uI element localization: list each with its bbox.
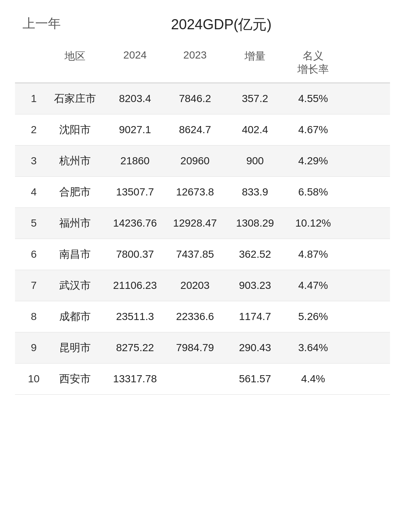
cell-2024: 13507.7 [105,186,165,198]
cell-rank: 3 [22,155,45,167]
cell-rate: 3.64% [285,342,341,354]
cell-increase: 561.57 [225,373,285,385]
cell-2023: 12928.47 [165,217,225,229]
col-2023: 2023 [165,49,225,77]
cell-region: 成都市 [45,310,105,324]
cell-rank: 10 [22,373,45,385]
gdp-table: 地区 2024 2023 增量 名义增长率 1 石家庄市 8203.4 7846… [0,45,405,395]
cell-2024: 23511.3 [105,311,165,323]
cell-rank: 2 [22,124,45,136]
cell-increase: 362.52 [225,248,285,260]
col-region: 地区 [45,49,105,77]
cell-rate: 4.29% [285,155,341,167]
page-title: 2024GDP(亿元) [90,15,382,34]
cell-increase: 1174.7 [225,311,285,323]
cell-increase: 1308.29 [225,217,285,229]
cell-region: 杭州市 [45,154,105,168]
cell-2023: 20203 [165,280,225,292]
cell-region: 沈阳市 [45,123,105,137]
cell-rank: 1 [22,93,45,105]
header-area: 上一年 2024GDP(亿元) [0,15,405,34]
table-row: 8 成都市 23511.3 22336.6 1174.7 5.26% [15,301,390,332]
cell-2023: 22336.6 [165,311,225,323]
cell-rate: 5.26% [285,311,341,323]
cell-2024: 14236.76 [105,217,165,229]
cell-region: 石家庄市 [45,92,105,106]
cell-2024: 8275.22 [105,342,165,354]
table-row: 2 沈阳市 9027.1 8624.7 402.4 4.67% [15,114,390,146]
cell-2024: 7800.37 [105,248,165,260]
cell-2023: 12673.8 [165,186,225,198]
table-row: 5 福州市 14236.76 12928.47 1308.29 10.12% [15,208,390,239]
cell-rate: 4.4% [285,373,341,385]
cell-region: 武汉市 [45,278,105,293]
table-row: 3 杭州市 21860 20960 900 4.29% [15,146,390,177]
cell-2023: 7984.79 [165,342,225,354]
table-row: 1 石家庄市 8203.4 7846.2 357.2 4.55% [15,83,390,114]
header-left-label: 上一年 [22,15,90,32]
cell-region: 南昌市 [45,247,105,261]
cell-region: 西安市 [45,372,105,386]
col-nominal-rate: 名义增长率 [285,49,341,77]
table-row: 4 合肥市 13507.7 12673.8 833.9 6.58% [15,177,390,208]
cell-region: 昆明市 [45,341,105,355]
cell-rate: 4.47% [285,280,341,292]
cell-rate: 6.58% [285,186,341,198]
table-header: 地区 2024 2023 增量 名义增长率 [15,45,390,83]
page-container: 上一年 2024GDP(亿元) 地区 2024 2023 增量 名义增长率 1 … [0,0,405,532]
cell-rate: 4.55% [285,93,341,105]
cell-increase: 903.23 [225,280,285,292]
col-2024: 2024 [105,49,165,77]
col-rank [22,49,45,77]
cell-rank: 5 [22,217,45,229]
cell-2023: 7846.2 [165,93,225,105]
table-row: 10 西安市 13317.78 561.57 4.4% [15,364,390,395]
table-row: 9 昆明市 8275.22 7984.79 290.43 3.64% [15,332,390,364]
cell-rank: 7 [22,280,45,292]
cell-region: 福州市 [45,216,105,230]
cell-rate: 4.87% [285,248,341,260]
cell-rank: 4 [22,186,45,198]
cell-2023: 7437.85 [165,248,225,260]
cell-rate: 4.67% [285,124,341,136]
cell-increase: 357.2 [225,93,285,105]
cell-2024: 8203.4 [105,93,165,105]
cell-increase: 402.4 [225,124,285,136]
cell-increase: 833.9 [225,186,285,198]
table-row: 7 武汉市 21106.23 20203 903.23 4.47% [15,270,390,301]
cell-2023: 20960 [165,155,225,167]
cell-2024: 21106.23 [105,280,165,292]
cell-increase: 900 [225,155,285,167]
cell-increase: 290.43 [225,342,285,354]
cell-region: 合肥市 [45,185,105,199]
table-row: 6 南昌市 7800.37 7437.85 362.52 4.87% [15,239,390,270]
cell-2024: 21860 [105,155,165,167]
table-body: 1 石家庄市 8203.4 7846.2 357.2 4.55% 2 沈阳市 9… [15,83,390,395]
cell-2024: 9027.1 [105,124,165,136]
col-increase: 增量 [225,49,285,77]
cell-2023: 8624.7 [165,124,225,136]
cell-rank: 6 [22,248,45,260]
cell-rate: 10.12% [285,217,341,229]
cell-2024: 13317.78 [105,373,165,385]
cell-rank: 9 [22,342,45,354]
cell-rank: 8 [22,311,45,323]
